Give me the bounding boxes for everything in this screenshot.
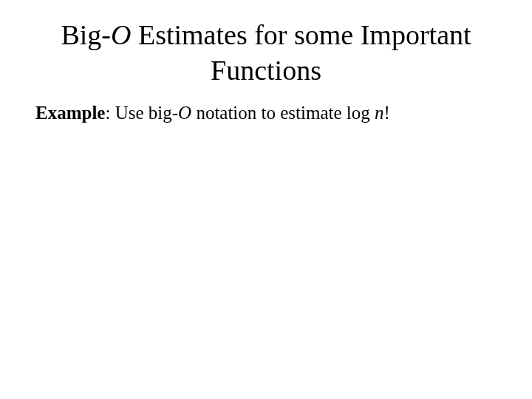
slide-title: Big-O Estimates for some Important Funct… — [35, 18, 497, 88]
title-part1: Big- — [61, 19, 111, 50]
example-label-text: Example — [35, 103, 105, 123]
body-text2: notation to estimate log — [191, 103, 375, 123]
title-O: O — [111, 19, 131, 50]
slide: Big-O Estimates for some Important Funct… — [0, 0, 532, 399]
body-bang: ! — [384, 103, 390, 123]
body-text1: Use big- — [115, 103, 178, 123]
body-O: O — [178, 103, 191, 123]
body-n: n — [375, 103, 384, 123]
title-part3: Estimates for some Important Functions — [131, 19, 471, 86]
example-line: Example: Use big-O notation to estimate … — [35, 101, 497, 126]
colon: : — [105, 103, 115, 123]
example-label: Example — [35, 103, 105, 123]
